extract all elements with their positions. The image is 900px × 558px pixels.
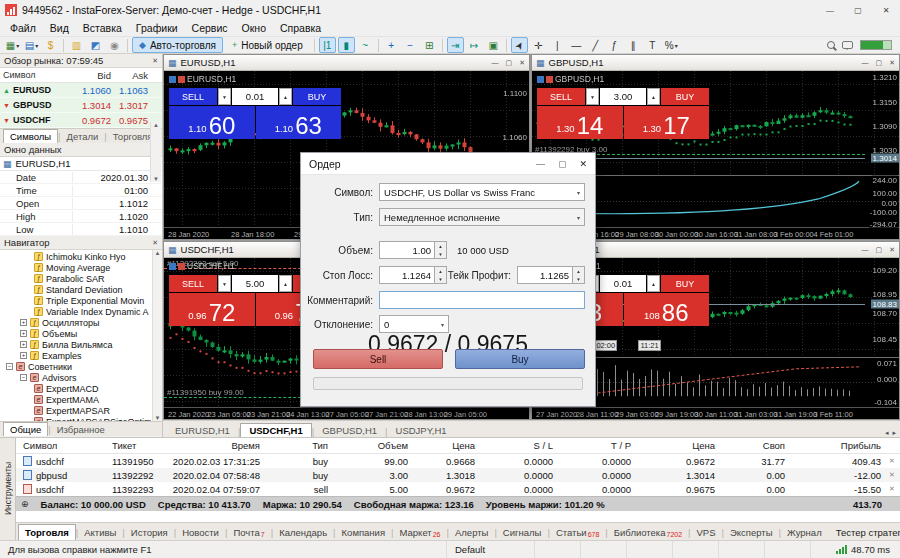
terminal-tab-Почта[interactable]: Почта7 xyxy=(227,525,270,540)
spin-down-icon[interactable]: ▼ xyxy=(435,275,446,283)
scroll-down-icon[interactable]: ▼ xyxy=(153,176,159,182)
close-position-icon[interactable]: ✕ xyxy=(885,485,899,493)
tree-expander-icon[interactable]: + xyxy=(20,319,27,326)
navigator-item-Билла-Вильямса[interactable]: +ƒБилла Вильямса xyxy=(0,339,162,350)
bid-price-box[interactable]: 0.9672 xyxy=(169,293,255,326)
column-swap[interactable]: Своп xyxy=(719,440,789,451)
spin-down-icon[interactable]: ▼ xyxy=(435,250,446,258)
one-click-buy-button[interactable]: BUY xyxy=(661,88,709,105)
volume-increase-icon[interactable]: ▲ xyxy=(279,275,292,292)
comment-input[interactable] xyxy=(379,291,585,309)
terminal-tab-Активы[interactable]: Активы xyxy=(78,525,122,540)
spin-up-icon[interactable]: ▲ xyxy=(435,267,446,275)
zoom-out-icon[interactable]: − xyxy=(402,37,419,53)
volume-increase-icon[interactable]: ▲ xyxy=(647,275,660,292)
window-minimize-icon[interactable]: — xyxy=(816,1,844,20)
menu-item-Графики[interactable]: Графики xyxy=(129,22,185,34)
bid-price-box[interactable]: 1.3014 xyxy=(537,106,623,139)
chart-maximize-icon[interactable]: ▢ xyxy=(876,246,883,254)
tree-expander-icon[interactable]: + xyxy=(20,341,27,348)
menu-item-Сервис[interactable]: Сервис xyxy=(185,22,235,34)
terminal-tab-Сигналы[interactable]: Сигналы xyxy=(497,525,548,540)
chart-close-icon[interactable]: ✕ xyxy=(889,59,895,67)
terminal-tab-Компания[interactable]: Компания xyxy=(336,525,391,540)
market-watch-row-GBPUSD[interactable]: ▼GBPUSD1.30141.3017 xyxy=(0,98,162,113)
order-dialog-titlebar[interactable]: Ордер — ▢ ✕ xyxy=(301,153,595,175)
market-watch-close-icon[interactable]: ✕ xyxy=(152,57,158,65)
spin-up-icon[interactable]: ▲ xyxy=(573,267,584,275)
one-click-buy-button[interactable]: BUY xyxy=(661,275,709,292)
one-click-volume[interactable]: 0.01 xyxy=(232,88,278,105)
trade-row-11392292[interactable]: gbpusd113922922020.02.04 07:58:48buy3.00… xyxy=(16,468,900,482)
navigator-item-ExpertMAMA[interactable]: eExpertMAMA xyxy=(0,394,162,405)
menu-item-Файл[interactable]: Файл xyxy=(3,22,43,34)
column-ticket[interactable]: Тикет xyxy=(108,440,162,451)
candles-chart-icon[interactable]: ▮ xyxy=(338,37,355,53)
refresh-account-icon[interactable]: $ xyxy=(42,37,59,53)
navigator-item-Moving-Average[interactable]: ƒMoving Average xyxy=(0,262,162,273)
terminal-tab-Журнал[interactable]: Журнал xyxy=(781,525,828,540)
chart-window-titlebar[interactable]: ▦EURUSD,H1—▢✕ xyxy=(164,55,529,71)
volume-decrease-icon[interactable]: ▼ xyxy=(218,275,231,292)
ask-price-box[interactable]: 1.1063 xyxy=(256,106,342,139)
menu-item-Вид[interactable]: Вид xyxy=(43,22,76,34)
spin-up-icon[interactable]: ▲ xyxy=(435,242,446,250)
auto-trading-button[interactable]: ◆Авто-торговля xyxy=(132,37,223,53)
terminal-tab-VPS[interactable]: VPS xyxy=(691,525,722,540)
expand-icon[interactable]: ⊕ xyxy=(21,499,29,509)
chart-window-titlebar[interactable]: ▦GBPUSD,H1—▢✕ xyxy=(532,55,899,71)
terminal-tab-Библиотека[interactable]: Библиотека7202 xyxy=(608,525,688,540)
chart-minimize-icon[interactable]: — xyxy=(862,59,869,67)
tree-expander-icon[interactable]: + xyxy=(20,352,27,359)
scroll-left-icon[interactable]: ◂ xyxy=(885,429,889,437)
line-chart-icon[interactable]: ~ xyxy=(357,37,374,53)
column-price2[interactable]: Цена xyxy=(635,440,719,451)
volume-decrease-icon[interactable]: ▼ xyxy=(586,88,599,105)
status-profile[interactable]: Default xyxy=(447,541,535,558)
navigator-item-ExpertMAPSAR[interactable]: eExpertMAPSAR xyxy=(0,405,162,416)
trade-row-11392293[interactable]: usdchf113922932020.02.04 07:59:07sell5.0… xyxy=(16,482,900,496)
ask-price-box[interactable]: 1.3017 xyxy=(624,106,710,139)
vline-icon[interactable]: | xyxy=(549,37,566,53)
new-chart-icon[interactable]: ▦▾ xyxy=(4,37,21,53)
trendline-icon[interactable]: ╱ xyxy=(587,37,604,53)
dialog-maximize-icon[interactable]: ▢ xyxy=(558,159,567,169)
one-click-volume[interactable]: 0.01 xyxy=(600,275,646,292)
terminal-tab-Алерты[interactable]: Алерты xyxy=(449,525,494,540)
chart-minimize-icon[interactable]: — xyxy=(492,59,499,67)
navigator-item-Ichimoku-Kinko-Hyo[interactable]: ƒIchimoku Kinko Hyo xyxy=(0,251,162,262)
column-profit[interactable]: Прибыль xyxy=(789,440,885,451)
navigator-item-Объемы[interactable]: +ƒОбъемы xyxy=(0,328,162,339)
text-icon[interactable]: T xyxy=(644,37,661,53)
trade-row-11391950[interactable]: usdchf113919502020.02.03 17:31:25buy99.0… xyxy=(16,454,900,468)
templates-icon[interactable]: ▣ xyxy=(485,37,502,53)
tree-expander-icon[interactable]: − xyxy=(6,363,13,370)
tile-windows-icon[interactable]: ⊞ xyxy=(421,37,438,53)
menu-item-Вставка[interactable]: Вставка xyxy=(76,22,129,34)
buy-button[interactable]: Buy xyxy=(455,349,585,369)
order-type-select[interactable]: Немедленное исполнение ▾ xyxy=(379,208,585,226)
take-profit-value[interactable]: 1.1265 xyxy=(517,266,573,284)
column-tp[interactable]: T / P xyxy=(557,440,635,451)
navigator-tab-Общие[interactable]: Общие xyxy=(3,422,48,436)
navigator-tab-Избранное[interactable]: Избранное xyxy=(51,423,111,436)
menu-item-Справка[interactable]: Справка xyxy=(273,22,328,34)
tree-expander-icon[interactable]: + xyxy=(20,330,27,337)
autoscroll-icon[interactable]: ↦ xyxy=(466,37,483,53)
volume-value[interactable]: 1.00 xyxy=(379,241,435,259)
navigator-item-ExpertMAPSARSizeOptim[interactable]: eExpertMAPSARSizeOptim xyxy=(0,416,162,421)
terminal-tab-Маркет[interactable]: Маркет26 xyxy=(394,525,447,540)
navigator-item-Variable-Index-Dynamic-A[interactable]: ƒVariable Index Dynamic A xyxy=(0,306,162,317)
new-order-button[interactable]: +Новый ордер xyxy=(225,37,310,53)
chart-maximize-icon[interactable]: ▢ xyxy=(506,59,513,67)
volume-decrease-icon[interactable]: ▼ xyxy=(218,88,231,105)
chat-icon[interactable] xyxy=(842,41,853,49)
symbols-book-icon[interactable]: ▥ xyxy=(68,37,85,53)
stop-loss-value[interactable]: 1.1264 xyxy=(379,266,435,284)
terminal-tab-Торговля[interactable]: Торговля xyxy=(18,524,76,540)
search-icon[interactable] xyxy=(827,41,835,49)
shift-chart-icon[interactable]: ⇥ xyxy=(447,37,464,53)
window-close-icon[interactable]: ✕ xyxy=(872,1,900,20)
take-profit-stepper[interactable]: 1.1265 ▲ ▼ xyxy=(517,266,585,284)
close-position-icon[interactable]: ✕ xyxy=(885,471,899,479)
